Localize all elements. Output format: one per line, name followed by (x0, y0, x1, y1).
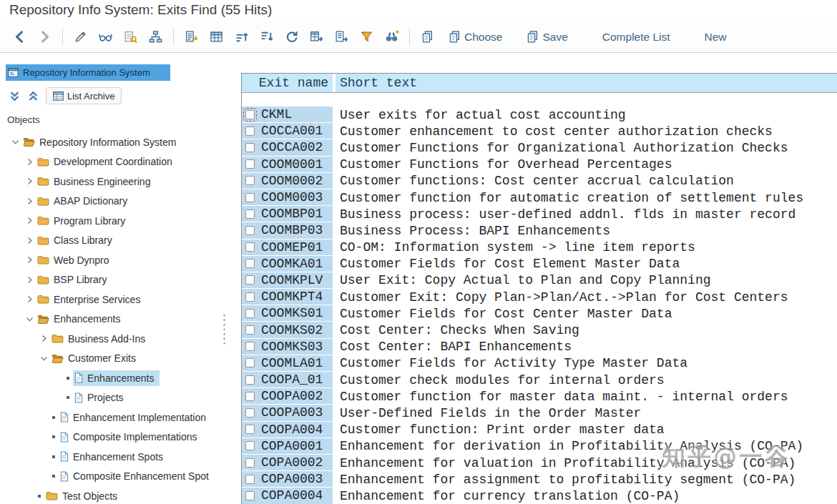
exit-name-cell[interactable]: COOMLA01 (242, 355, 336, 372)
hierarchy-button[interactable] (145, 26, 167, 48)
table-row-coomkplv[interactable]: COOMKPLVUser Exit: Copy Actual to Plan a… (242, 272, 837, 289)
short-text-cell[interactable]: Cost Center: BAPI Enhancements (336, 339, 837, 355)
row-checkbox[interactable] (245, 358, 255, 367)
chevron-right-icon[interactable] (24, 177, 35, 185)
short-text-cell[interactable]: Customer Functions for Organizational Au… (336, 139, 837, 156)
exit-name-cell[interactable]: COCCA002 (242, 139, 336, 156)
row-checkbox[interactable] (245, 193, 255, 202)
exit-name-cell[interactable]: COOPA_01 (242, 372, 336, 388)
table-row-coopa002[interactable]: COOPA002Customer function for master dat… (242, 388, 837, 405)
chevron-down-icon[interactable] (10, 138, 21, 146)
table-row-coom0003[interactable]: COOM0003Customer function for automatic … (242, 189, 837, 206)
export-list-button[interactable] (331, 26, 353, 48)
chevron-down-icon[interactable] (39, 355, 49, 362)
back-button[interactable] (9, 26, 31, 48)
short-text-cell[interactable]: Customer check modules for internal orde… (336, 372, 837, 388)
tree-item-class-library[interactable]: Class Library (6, 231, 239, 251)
table-row-coopa-01[interactable]: COOPA_01Customer check modules for inter… (242, 372, 837, 388)
table-row-ckml[interactable]: CKMLUser exits for actual cost accountin… (242, 107, 837, 123)
short-text-cell[interactable]: User Exit: Copy Actual to Plan and Copy … (336, 272, 837, 289)
tree-item-business-engineering[interactable]: Business Engineering (6, 172, 239, 192)
chevron-right-icon[interactable] (24, 295, 35, 303)
row-checkbox[interactable] (245, 342, 255, 351)
table-row-coomka01[interactable]: COOMKA01Customer Fields for Cost Element… (242, 256, 837, 272)
refresh-button[interactable] (280, 26, 303, 48)
exit-name-cell[interactable]: COPA0004 (242, 488, 336, 504)
column-header-short-text[interactable]: Short text (336, 74, 837, 92)
new-button[interactable]: New (705, 31, 727, 44)
row-checkbox[interactable] (245, 441, 255, 450)
table-row-coomkpt4[interactable]: COOMKPT4Customer Exit: Copy Plan->Plan/A… (242, 289, 837, 305)
row-checkbox[interactable] (245, 275, 255, 285)
choose-button[interactable]: Choose (447, 29, 502, 44)
tree-item-business-add-ins[interactable]: Business Add-Ins (6, 329, 239, 349)
table-row-cocca002[interactable]: COCCA002Customer Functions for Organizat… (242, 139, 837, 156)
short-text-cell[interactable]: CO-OM: Information system -> line item r… (336, 239, 837, 256)
short-text-cell[interactable]: Customer Exit: Copy Plan->Plan/Act.->Pla… (336, 289, 837, 305)
filter-button[interactable] (356, 26, 378, 48)
tree-item-enterprise-services[interactable]: Enterprise Services (6, 290, 239, 310)
edit-button[interactable] (69, 26, 92, 48)
table-row-coomks03[interactable]: COOMKS03Cost Center: BAPI Enhancements (242, 339, 837, 355)
short-text-cell[interactable]: User-Defined Fields in the Order Master (336, 405, 837, 421)
complete-list-button[interactable]: Complete List (602, 31, 670, 44)
exit-name-cell[interactable]: COPA0003 (242, 471, 336, 488)
exit-name-cell[interactable]: COOMKS02 (242, 322, 336, 338)
row-checkbox[interactable] (245, 127, 255, 136)
exit-name-cell[interactable]: COOMBP03 (242, 222, 336, 239)
sort-descending-button[interactable] (255, 26, 278, 48)
exit-name-cell[interactable]: COOPA002 (242, 388, 336, 405)
row-checkbox[interactable] (245, 458, 255, 468)
table-row-coomks02[interactable]: COOMKS02Cost Center: Checks When Saving (242, 322, 837, 338)
sidebar-header-repository-information-system[interactable]: Repository Information System (6, 64, 170, 81)
exit-name-cell[interactable]: COOPA004 (242, 422, 336, 438)
chevron-right-icon[interactable] (24, 256, 35, 264)
table-row-coopa003[interactable]: COOPA003User-Defined Fields in the Order… (242, 405, 837, 421)
table-row-coom0002[interactable]: COOM0002Customer functions: Cost center … (242, 173, 837, 189)
table-row-copa0003[interactable]: COPA0003Enhancement for assignment to pr… (242, 471, 837, 488)
tree-item-test-objects[interactable]: Test Objects (6, 486, 239, 504)
short-text-cell[interactable]: Customer functions: Cost center accrual … (336, 173, 837, 189)
table-row-coomep01[interactable]: COOMEP01CO-OM: Information system -> lin… (242, 239, 837, 256)
short-text-cell[interactable]: Customer function: Print order master da… (336, 422, 837, 438)
row-checkbox[interactable] (245, 209, 255, 219)
forward-button[interactable] (34, 26, 56, 48)
tree-item-development-coordination[interactable]: Development Coordination (6, 152, 239, 172)
short-text-cell[interactable]: Customer Fields for Cost Center Master D… (336, 305, 837, 322)
tree-item-enhancements[interactable]: Enhancements (6, 368, 239, 388)
display-button[interactable] (94, 26, 117, 48)
tree-item-enhancement-spots[interactable]: Enhancement Spots (6, 447, 239, 467)
row-checkbox[interactable] (245, 226, 255, 235)
short-text-cell[interactable]: User exits for actual cost accounting (336, 107, 837, 123)
table-row-copa0004[interactable]: COPA0004Enhancement for currency transla… (242, 488, 837, 504)
row-checkbox[interactable] (245, 475, 255, 484)
exit-name-cell[interactable]: COOPA003 (242, 405, 336, 421)
save-button[interactable]: Save (525, 29, 567, 44)
export-table-button[interactable] (305, 26, 328, 48)
exit-name-cell[interactable]: COOM0003 (242, 189, 336, 206)
exit-name-cell[interactable]: COPA0001 (242, 438, 336, 455)
tree-item-composite-implementations[interactable]: Composite Implementations (6, 428, 239, 448)
table-row-coombp01[interactable]: COOMBP01Business process: user-defined a… (242, 206, 837, 222)
tree-item-composite-enhancement-spot[interactable]: Composite Enhancement Spot (6, 467, 239, 487)
exit-name-cell[interactable]: COOM0002 (242, 173, 336, 189)
row-checkbox[interactable] (245, 176, 255, 185)
tree-item-program-library[interactable]: Program Library (6, 211, 239, 231)
tree-item-enhancement-implementation[interactable]: Enhancement Implementation (6, 407, 239, 428)
exit-name-cell[interactable]: COCCA001 (242, 123, 336, 139)
row-checkbox[interactable] (245, 259, 255, 268)
table-row-copa0001[interactable]: COPA0001Enhancement for derivation in Pr… (242, 438, 837, 455)
table-row-coom0001[interactable]: COOM0001Customer Functions for Overhead … (242, 157, 837, 173)
table-row-coombp03[interactable]: COOMBP03Business Process: BAPI Enhanceme… (242, 222, 837, 239)
list-button[interactable] (180, 26, 202, 48)
exit-name-cell[interactable]: COOMKPT4 (242, 289, 336, 305)
table-row-copa0002[interactable]: COPA0002Enhancement for valuation in Pro… (242, 455, 837, 471)
short-text-cell[interactable]: Enhancement for currency translation (CO… (336, 488, 837, 504)
row-checkbox[interactable] (245, 292, 255, 302)
list-archive-button[interactable]: List Archive (46, 87, 122, 104)
chevron-right-icon[interactable] (39, 335, 49, 342)
exit-name-cell[interactable]: COOM0001 (242, 157, 336, 173)
tree-item-bsp-library[interactable]: BSP Library (6, 270, 239, 290)
short-text-cell[interactable]: Enhancement for valuation in Profitabili… (336, 455, 837, 471)
row-checkbox[interactable] (245, 143, 255, 152)
